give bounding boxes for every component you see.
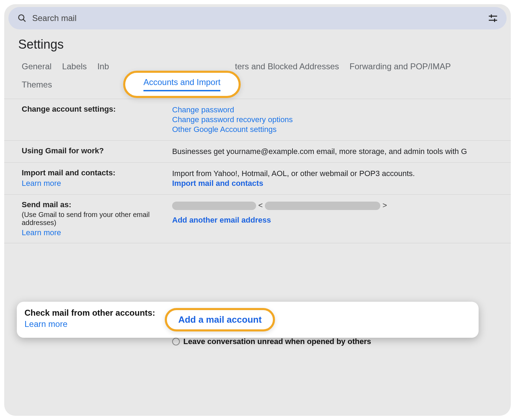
section-send-as: Send mail as: (Use Gmail to send from yo… bbox=[4, 195, 511, 243]
using-work-title: Using Gmail for work? bbox=[22, 146, 172, 155]
radio-leave-unread[interactable]: Leave conversation unread when opened by… bbox=[172, 337, 493, 346]
section-check-mail: Check mail from other accounts: Learn mo… bbox=[17, 302, 479, 338]
send-as-current: < > bbox=[172, 201, 493, 210]
import-mail-action[interactable]: Import mail and contacts bbox=[172, 179, 263, 188]
svg-line-1 bbox=[23, 19, 26, 22]
link-change-password[interactable]: Change password bbox=[172, 105, 234, 114]
tab-accounts-import[interactable]: Accounts and Import bbox=[143, 77, 220, 91]
send-as-sub: (Use Gmail to send from your other email… bbox=[22, 211, 172, 227]
radio-unselected-icon bbox=[172, 338, 180, 345]
import-mail-desc: Import from Yahoo!, Hotmail, AOL, or oth… bbox=[172, 169, 493, 178]
section-change-account: Change account settings: Change password… bbox=[4, 99, 511, 141]
tab-accounts-import-spacer bbox=[120, 62, 225, 71]
settings-tabs: General Labels Inb ters and Blocked Addr… bbox=[4, 58, 511, 99]
tab-inbox-partial[interactable]: Inb bbox=[97, 62, 109, 71]
using-work-desc: Businesses get yourname@example.com emai… bbox=[172, 147, 493, 156]
redacted-email bbox=[265, 202, 380, 210]
tab-filters-partial[interactable]: ters and Blocked Addresses bbox=[235, 62, 339, 71]
tab-forwarding[interactable]: Forwarding and POP/IMAP bbox=[350, 62, 451, 71]
tune-icon[interactable] bbox=[488, 13, 498, 23]
link-other-settings[interactable]: Other Google Account settings bbox=[172, 125, 276, 134]
svg-point-0 bbox=[19, 15, 24, 20]
add-mail-account-button[interactable]: Add a mail account bbox=[165, 308, 275, 331]
radio-leave-unread-label: Leave conversation unread when opened by… bbox=[183, 337, 371, 346]
page-title: Settings bbox=[4, 37, 511, 58]
import-mail-title: Import mail and contacts: bbox=[22, 168, 172, 177]
tab-labels[interactable]: Labels bbox=[62, 62, 87, 71]
section-import-mail: Import mail and contacts: Learn more Imp… bbox=[4, 163, 511, 195]
redacted-name bbox=[172, 202, 256, 210]
check-mail-title: Check mail from other accounts: bbox=[24, 308, 155, 318]
angle-open: < bbox=[258, 201, 263, 210]
tab-general[interactable]: General bbox=[22, 62, 51, 71]
highlight-accounts-import: Accounts and Import bbox=[123, 71, 241, 98]
angle-close: > bbox=[382, 201, 387, 210]
import-mail-learn-more[interactable]: Learn more bbox=[22, 179, 61, 188]
check-mail-learn-more[interactable]: Learn more bbox=[24, 319, 155, 329]
search-input[interactable] bbox=[32, 13, 488, 23]
link-recovery-options[interactable]: Change password recovery options bbox=[172, 115, 293, 124]
send-as-add[interactable]: Add another email address bbox=[172, 216, 271, 224]
tab-themes[interactable]: Themes bbox=[22, 80, 493, 90]
section-using-work: Using Gmail for work? Businesses get you… bbox=[4, 141, 511, 163]
search-icon bbox=[17, 13, 27, 23]
section-check-mail-placeholder bbox=[4, 243, 511, 294]
change-account-title: Change account settings: bbox=[22, 105, 172, 114]
search-bar[interactable] bbox=[8, 7, 507, 29]
send-as-title: Send mail as: bbox=[22, 200, 172, 209]
send-as-learn-more[interactable]: Learn more bbox=[22, 228, 61, 237]
